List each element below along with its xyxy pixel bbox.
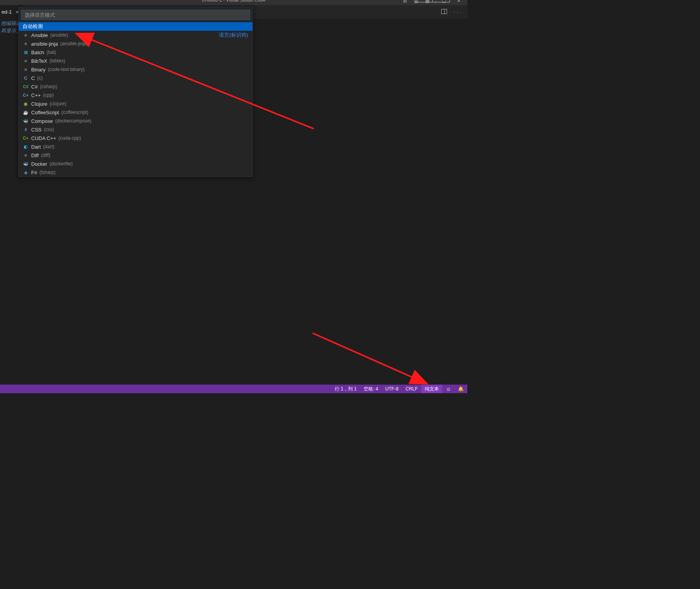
status-cursor-position[interactable]: 行 1，列 1 (331, 385, 360, 393)
status-encoding[interactable]: UTF-8 (382, 385, 402, 393)
quickpick-item-autodetect[interactable]: 自动检测 (19, 22, 253, 31)
quickpick-item-label: F# (31, 170, 37, 176)
status-notifications-icon[interactable]: 🔔 (454, 385, 467, 393)
quickpick-item-id: (dart) (43, 144, 55, 149)
quickpick-item-label: C++ (31, 92, 41, 98)
quickpick-item[interactable]: ≡ansible-jinja(ansible-jinja) (19, 39, 253, 48)
quickpick-item-id: (ansible-jinja) (60, 41, 88, 46)
quickpick-item-id: (code-text-binary) (48, 67, 85, 72)
editor-hint: 他编辑器 再显示。 (0, 20, 21, 34)
quickpick-item[interactable]: ≡Ansible(ansible)语言(标识符) (19, 31, 253, 39)
quickpick-item[interactable]: ◉Clojure(clojure) (19, 99, 253, 108)
status-bar: 行 1，列 1 空格: 4 UTF-8 CRLF 纯文本 ☺ 🔔 (0, 385, 467, 393)
status-indent[interactable]: 空格: 4 (360, 385, 382, 393)
quickpick-item-label: Binary (31, 67, 46, 73)
quickpick-item-label: CSS (31, 127, 42, 133)
quickpick-item-label: 自动检测 (23, 23, 43, 30)
more-actions-icon[interactable]: · · · (453, 9, 462, 15)
quickpick-item-label: Diff (31, 153, 39, 158)
language-icon: C+ (23, 135, 29, 141)
language-icon: ≡ (23, 66, 29, 73)
window-controls: ✕ (415, 0, 467, 4)
quickpick-item-id: (diff) (41, 153, 50, 158)
quickpick-item-label: Compose (31, 118, 53, 124)
language-icon: ≡ (23, 41, 29, 47)
tab-label: ed-1 (2, 9, 12, 15)
quickpick-item[interactable]: ☕CoffeeScript(coffeescript) (19, 108, 253, 117)
quickpick-column-hint: 语言(标识符) (219, 32, 248, 39)
quickpick-item[interactable]: ◈F#(fsharp) (19, 168, 253, 177)
quickpick-item[interactable]: ≡BibTeX(bibtex) (19, 57, 253, 65)
quickpick-item[interactable]: CC(c) (19, 74, 253, 82)
language-icon: ◈ (23, 169, 29, 176)
language-icon: ≡ (23, 58, 29, 64)
quickpick-panel: 自动检测 ≡Ansible(ansible)语言(标识符)≡ansible-ji… (18, 7, 253, 177)
quickpick-item-id: (dockercompose) (55, 118, 92, 124)
language-icon: ⊞ (23, 49, 29, 55)
quickpick-item-label: BibTeX (31, 58, 47, 64)
language-icon: ◐ (23, 144, 29, 150)
quickpick-item[interactable]: ⊞Batch(bat) (19, 48, 253, 57)
language-icon: C# (23, 83, 29, 90)
language-icon: ☕ (23, 109, 29, 115)
language-icon: # (23, 126, 29, 133)
language-icon: 🐳 (23, 118, 29, 124)
quickpick-item[interactable]: ≡Diff(diff) (19, 151, 253, 160)
quickpick-item-id: (csharp) (40, 84, 57, 89)
status-eol[interactable]: CRLF (402, 385, 421, 393)
quickpick-item-label: ansible-jinja (31, 41, 58, 47)
quickpick-item-id: (cpp) (43, 92, 54, 98)
quickpick-item-id: (bat) (46, 50, 56, 55)
language-icon: C (23, 75, 29, 81)
language-icon: ≡ (23, 32, 29, 38)
quickpick-item-label: CUDA C++ (31, 135, 56, 141)
language-icon: C+ (23, 92, 29, 98)
quickpick-item-label: C (31, 75, 35, 81)
quickpick-item[interactable]: 🐳Compose(dockercompose) (19, 117, 253, 125)
titlebar: Untitled-1 - Visual Studio Code ⊞ ▥ ▦ | … (0, 0, 467, 5)
status-feedback-icon[interactable]: ☺ (442, 385, 454, 393)
quickpick-item[interactable]: ≡Binary(code-text-binary) (19, 65, 253, 74)
quickpick-item-id: (cuda-cpp) (58, 135, 81, 141)
close-button[interactable]: ✕ (450, 0, 467, 4)
quickpick-item-label: Clojure (31, 101, 47, 107)
quickpick-item-label: Ansible (31, 32, 48, 38)
language-icon: 🐳 (23, 161, 29, 167)
window-title: Untitled-1 - Visual Studio Code (202, 0, 266, 3)
quickpick-list: 自动检测 ≡Ansible(ansible)语言(标识符)≡ansible-ji… (19, 22, 253, 177)
quickpick-item-label: C# (31, 84, 38, 90)
layout-icon[interactable]: ⊞ (403, 0, 407, 4)
quickpick-item[interactable]: ◐Dart(dart) (19, 142, 253, 151)
language-mode-input[interactable] (21, 10, 250, 20)
svg-line-2 (313, 333, 427, 384)
language-icon: ◉ (23, 101, 29, 107)
quickpick-item-id: (css) (44, 127, 54, 132)
quickpick-item-id: (fsharp) (39, 170, 55, 175)
quickpick-item[interactable]: C+CUDA C++(cuda-cpp) (19, 134, 253, 142)
quickpick-item-id: (dockerfile) (49, 161, 72, 167)
quickpick-item-label: Dart (31, 144, 41, 150)
split-editor-icon[interactable] (441, 9, 447, 16)
quickpick-item[interactable]: 🐳Docker(dockerfile) (19, 160, 253, 168)
quickpick-item[interactable]: C#C#(csharp) (19, 82, 253, 91)
quickpick-item-id: (ansible) (50, 32, 68, 38)
quickpick-item-label: Docker (31, 161, 47, 167)
quickpick-item-id: (clojure) (49, 101, 66, 106)
maximize-button[interactable] (432, 0, 450, 4)
minimize-button[interactable] (415, 0, 432, 4)
quickpick-item-label: Batch (31, 50, 44, 55)
quickpick-item-id: (c) (37, 75, 42, 81)
quickpick-item[interactable]: #CSS(css) (19, 125, 253, 134)
language-icon: ≡ (23, 152, 29, 158)
quickpick-item-label: CoffeeScript (31, 110, 59, 115)
quickpick-item-id: (bibtex) (49, 58, 65, 64)
quickpick-item[interactable]: C+C++(cpp) (19, 91, 253, 99)
status-language-mode[interactable]: 纯文本 (421, 385, 442, 393)
quickpick-item-id: (coffeescript) (61, 110, 88, 115)
